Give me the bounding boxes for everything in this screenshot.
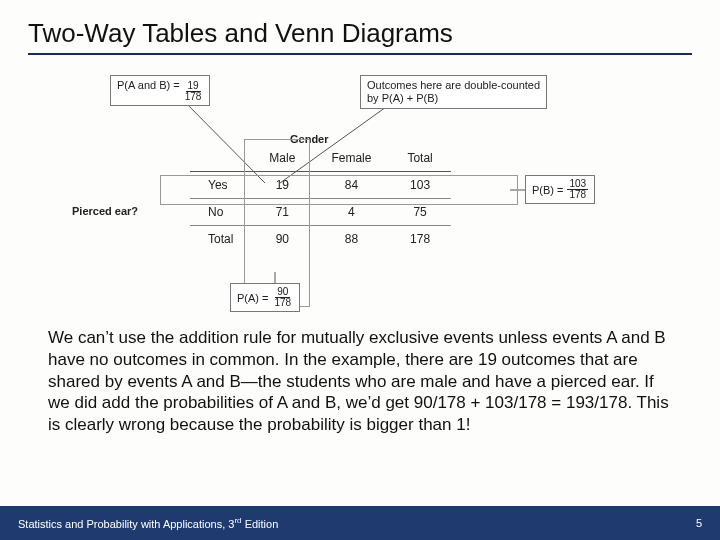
- cell: 90: [251, 226, 313, 253]
- pa-fraction: 90 178: [272, 287, 293, 308]
- cell: 4: [313, 199, 389, 226]
- header-total: Total: [389, 145, 450, 172]
- row-label: Total: [190, 226, 251, 253]
- gender-heading: Gender: [290, 133, 329, 145]
- footer-text: Statistics and Probability with Applicat…: [18, 516, 278, 530]
- pa-callout: P(A) = 90 178: [230, 283, 300, 312]
- pa-label: P(A) =: [237, 292, 268, 304]
- cell: 71: [251, 199, 313, 226]
- callout-double-count: Outcomes here are double-counted by P(A)…: [360, 75, 547, 109]
- page-number: 5: [696, 517, 702, 529]
- cell: 178: [389, 226, 450, 253]
- cell: 75: [389, 199, 450, 226]
- cell: 103: [389, 172, 450, 199]
- table-header-row: Male Female Total: [190, 145, 451, 172]
- header-male: Male: [251, 145, 313, 172]
- pab-fraction: 19 178: [183, 81, 204, 102]
- pb-fraction: 103 178: [567, 179, 588, 200]
- pb-label: P(B) =: [532, 184, 563, 196]
- pab-label: P(A and B) =: [117, 79, 180, 91]
- body-paragraph: We can’t use the addition rule for mutua…: [0, 315, 720, 436]
- slide-title: Two-Way Tables and Venn Diagrams: [28, 18, 692, 55]
- slide-footer: Statistics and Probability with Applicat…: [0, 506, 720, 540]
- pierced-heading: Pierced ear?: [72, 205, 138, 217]
- pb-callout: P(B) = 103 178: [525, 175, 595, 204]
- cell: 84: [313, 172, 389, 199]
- header-blank: [190, 145, 251, 172]
- table-row: Yes 19 84 103: [190, 172, 451, 199]
- cell: 88: [313, 226, 389, 253]
- table-row: No 71 4 75: [190, 199, 451, 226]
- cell: 19: [251, 172, 313, 199]
- row-label: Yes: [190, 172, 251, 199]
- row-label: No: [190, 199, 251, 226]
- callout-pab: P(A and B) = 19 178: [110, 75, 210, 106]
- two-way-table-figure: P(A and B) = 19 178 Outcomes here are do…: [80, 75, 640, 315]
- slide: Two-Way Tables and Venn Diagrams P(A and…: [0, 0, 720, 540]
- two-way-table: Male Female Total Yes 19 84 103 No 71 4 …: [190, 145, 451, 252]
- header-female: Female: [313, 145, 389, 172]
- table-row: Total 90 88 178: [190, 226, 451, 253]
- title-wrap: Two-Way Tables and Venn Diagrams: [0, 0, 720, 61]
